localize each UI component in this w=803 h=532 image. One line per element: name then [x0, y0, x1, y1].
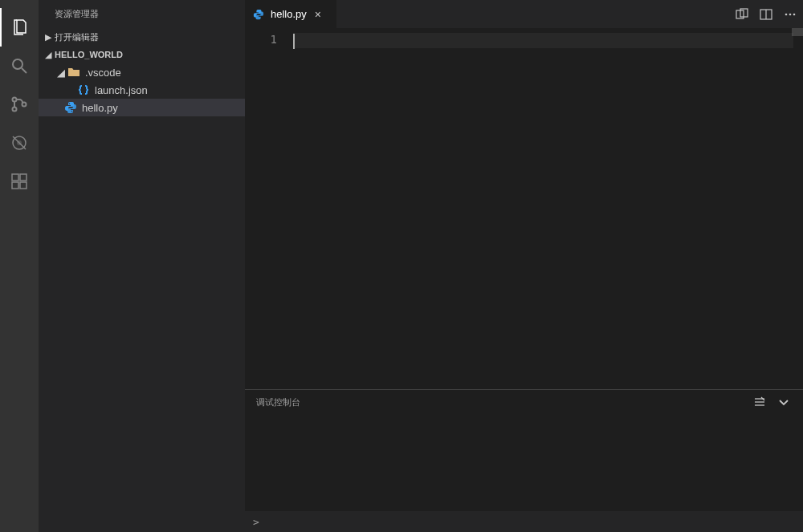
python-file-icon [253, 8, 266, 21]
chevron-right-icon: ▶ [42, 32, 55, 43]
chevron-down-icon: ◢ [42, 50, 55, 60]
current-line-highlight [293, 33, 793, 48]
tree-folder-vscode[interactable]: ◢ .vscode [39, 63, 245, 81]
text-editor[interactable]: 1 [245, 28, 803, 389]
debug-icon [10, 133, 29, 152]
tab-hello-py[interactable]: hello.py × [245, 0, 337, 28]
debug-console-output[interactable] [245, 414, 803, 511]
chevron-down-icon[interactable] [776, 394, 792, 410]
svg-point-17 [793, 13, 796, 15]
text-cursor [293, 34, 295, 49]
search-icon [10, 56, 29, 75]
editor-content[interactable] [293, 28, 803, 389]
files-icon [10, 18, 30, 37]
source-control-icon [10, 95, 29, 114]
svg-point-16 [789, 13, 792, 15]
svg-point-3 [13, 108, 17, 112]
chevron-down-icon: ◢ [55, 67, 67, 79]
input-prompt-icon: > [253, 516, 259, 528]
project-name: HELLO_WORLD [55, 50, 123, 59]
close-icon[interactable]: × [315, 8, 321, 21]
tree-file-hello-py[interactable]: hello.py [39, 99, 245, 116]
activity-debug[interactable] [0, 124, 39, 162]
folder-icon [67, 66, 80, 79]
svg-rect-7 [12, 174, 18, 181]
svg-point-2 [13, 98, 17, 102]
python-file-icon [64, 101, 77, 114]
panel-header: 调试控制台 [245, 390, 803, 414]
editor-group: hello.py × 1 [245, 0, 803, 532]
line-number: 1 [245, 33, 277, 46]
section-label: 打开编辑器 [55, 31, 99, 43]
tab-bar: hello.py × [245, 0, 803, 28]
activity-extensions[interactable] [0, 162, 39, 201]
tree-item-label: launch.json [95, 84, 148, 96]
clear-console-icon[interactable] [752, 394, 768, 410]
activity-scm[interactable] [0, 85, 39, 124]
activity-search[interactable] [0, 47, 39, 85]
tab-label: hello.py [271, 8, 307, 20]
editor-area: 1 调试控制台 > [245, 28, 803, 532]
bottom-panel: 调试控制台 > [245, 389, 803, 532]
debug-console-input[interactable]: > [245, 511, 803, 532]
svg-rect-9 [20, 182, 26, 189]
vertical-scrollbar[interactable] [792, 28, 803, 36]
split-editor-icon[interactable] [760, 8, 772, 21]
tree-file-launch-json[interactable]: launch.json [39, 81, 245, 99]
svg-point-15 [785, 13, 788, 15]
svg-point-0 [13, 59, 22, 69]
svg-line-1 [22, 68, 26, 73]
extensions-icon [10, 172, 29, 191]
json-file-icon [77, 83, 90, 96]
compare-changes-icon[interactable] [736, 8, 748, 21]
section-open-editors[interactable]: ▶ 打开编辑器 [39, 28, 245, 46]
activity-explorer[interactable] [0, 8, 39, 47]
editor-actions [736, 0, 803, 28]
sidebar: 资源管理器 ▶ 打开编辑器 ◢ HELLO_WORLD ◢ .vscode la… [39, 0, 245, 532]
svg-point-6 [17, 140, 22, 145]
more-actions-icon[interactable] [784, 8, 797, 21]
tree-item-label: .vscode [85, 67, 121, 79]
sidebar-title: 资源管理器 [39, 0, 245, 28]
tree-item-label: hello.py [82, 102, 118, 114]
svg-rect-8 [12, 182, 18, 189]
svg-rect-10 [20, 174, 26, 181]
svg-point-4 [22, 103, 26, 107]
section-project[interactable]: ◢ HELLO_WORLD [39, 46, 245, 63]
activity-bar [0, 0, 39, 532]
panel-title[interactable]: 调试控制台 [256, 396, 300, 408]
line-number-gutter: 1 [245, 28, 293, 389]
